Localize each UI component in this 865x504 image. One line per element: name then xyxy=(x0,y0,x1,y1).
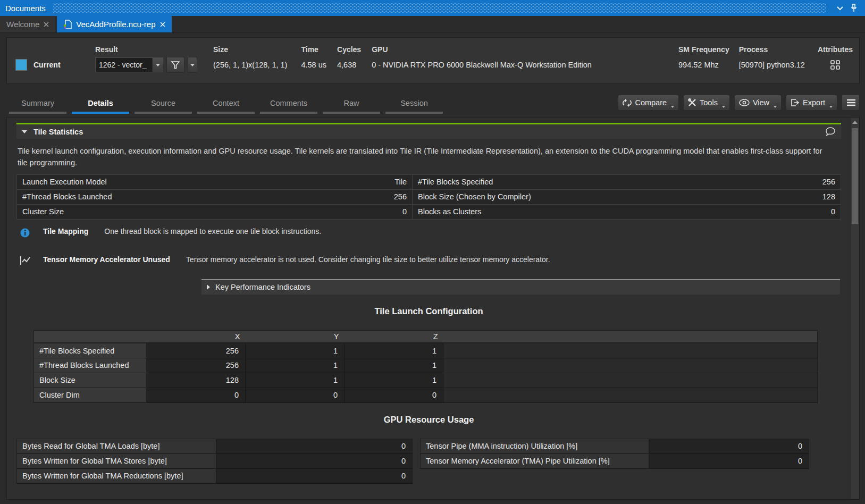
info-icon xyxy=(20,228,33,238)
column-header-x: X xyxy=(147,330,246,343)
notice-title: Tile Mapping xyxy=(43,227,88,236)
cycles-value: 4,638 xyxy=(337,56,361,74)
size-value: (256, 1, 1)x(128, 1, 1) xyxy=(213,56,287,74)
result-column-header: Result xyxy=(95,42,197,56)
chevron-down-icon[interactable] xyxy=(833,2,847,14)
chevron-down-icon[interactable] xyxy=(152,58,163,72)
metric-label: Bytes Read for Global TMA Loads [byte] xyxy=(17,439,216,453)
stat-value: 256 xyxy=(717,174,841,189)
cell-value: 1 xyxy=(246,343,345,358)
process-column-header: Process xyxy=(739,42,805,56)
tab-welcome[interactable]: Welcome xyxy=(0,16,55,32)
key-performance-indicators-header[interactable]: Key Performance Indicators xyxy=(201,279,840,295)
metric-label: Tensor Memory Accelerator (TMA) Pipe Uti… xyxy=(421,453,649,468)
tab-source[interactable]: Source xyxy=(132,99,195,114)
metric-label: Tensor Pipe (MMA instruction) Utilizatio… xyxy=(421,439,649,453)
row-label: Block Size xyxy=(34,373,147,388)
tab-vecaddprofile-label: VecAddProfile.ncu-rep xyxy=(76,20,155,29)
result-select[interactable]: 1262 - vector_ xyxy=(95,57,163,72)
cell-value: 1 xyxy=(246,358,345,373)
cell-value: 0 xyxy=(246,388,345,402)
filter-button[interactable] xyxy=(166,57,184,73)
hamburger-icon xyxy=(846,99,856,106)
table-header-row: X Y Z xyxy=(34,330,818,343)
tab-vecaddprofile[interactable]: VecAddProfile.ncu-rep xyxy=(57,16,171,32)
tile-launch-configuration-table: X Y Z #Tile Blocks Specified 256 1 1 #Th… xyxy=(33,330,818,403)
result-color-swatch[interactable] xyxy=(15,59,27,71)
titlebar-grip-texture[interactable] xyxy=(53,3,826,13)
table-row: Cluster Dim 0 0 0 xyxy=(34,388,818,402)
tab-session[interactable]: Session xyxy=(383,99,446,114)
tools-icon xyxy=(688,98,696,107)
export-icon xyxy=(791,98,800,107)
attributes-column-header: Attributes xyxy=(818,42,853,56)
vertical-scrollbar[interactable] xyxy=(850,117,859,499)
notice-title: Tensor Memory Accelerator Unused xyxy=(43,255,170,264)
sm-frequency-value: 994.52 Mhz xyxy=(678,56,729,74)
filter-dropdown-button[interactable] xyxy=(188,57,197,73)
column-header-y: Y xyxy=(246,330,345,343)
metric-label: Bytes Written for Global TMA Reductions … xyxy=(17,468,216,483)
cell-value: 1 xyxy=(345,373,443,388)
tile-statistics-section-header[interactable]: Tile Statistics xyxy=(16,123,841,139)
attributes-grid-icon[interactable] xyxy=(830,60,840,70)
stat-label: Blocks as Clusters xyxy=(413,204,718,219)
stat-label: #Tile Blocks Specified xyxy=(413,174,718,189)
tools-button[interactable]: Tools xyxy=(683,95,730,111)
tile-mapping-notice: Tile Mapping One thread block is mapped … xyxy=(20,227,841,238)
eye-icon xyxy=(739,99,750,106)
scrollbar-thumb[interactable] xyxy=(852,128,858,224)
tile-statistics-table: Launch Execution Model Tile #Tile Blocks… xyxy=(16,174,841,220)
stat-value: Tile xyxy=(330,174,413,189)
column-header-z: Z xyxy=(345,330,443,343)
stat-label: Block Size (Chosen by Compiler) xyxy=(413,189,718,204)
metric-value: 0 xyxy=(216,468,413,483)
notice-text: One thread block is mapped to execute on… xyxy=(104,227,321,236)
expand-triangle-icon[interactable] xyxy=(207,284,210,290)
scroll-up-arrow[interactable] xyxy=(851,117,859,127)
view-button[interactable]: View xyxy=(734,95,782,111)
time-value: 4.58 us xyxy=(301,56,326,74)
export-button[interactable]: Export xyxy=(786,95,837,111)
compare-button[interactable]: Compare xyxy=(618,95,679,111)
document-tab-bar: Welcome VecAddProfile.ncu-rep xyxy=(0,16,865,33)
stat-value: 256 xyxy=(330,189,413,204)
sm-frequency-column-header: SM Frequency xyxy=(678,42,729,56)
process-value: [50970] python3.12 xyxy=(739,56,805,74)
corner-cell xyxy=(34,330,147,343)
close-icon[interactable] xyxy=(160,22,165,27)
gpu-value: 0 - NVIDIA RTX PRO 6000 Blackwell Max-Q … xyxy=(372,56,673,74)
tab-details[interactable]: Details xyxy=(69,99,132,114)
close-icon[interactable] xyxy=(44,22,49,27)
comment-bubble-icon[interactable] xyxy=(825,127,836,136)
page-nav-row: Summary Details Source Context Comments … xyxy=(6,89,860,114)
result-select-value: 1262 - vector_ xyxy=(96,61,152,69)
menu-button[interactable] xyxy=(842,95,860,111)
stat-label: Launch Execution Model xyxy=(17,174,330,189)
collapse-triangle-icon[interactable] xyxy=(22,130,27,133)
metric-value: 0 xyxy=(649,439,809,453)
cell-value: 1 xyxy=(246,373,345,388)
cell-value: 0 xyxy=(147,388,246,402)
current-result-label: Current xyxy=(33,61,61,69)
row-label: Cluster Dim xyxy=(34,388,147,402)
metric-value: 0 xyxy=(649,453,809,468)
stat-value: 128 xyxy=(717,189,841,204)
tab-summary[interactable]: Summary xyxy=(6,99,69,114)
table-row: #Thread Blocks Launched 256 1 1 xyxy=(34,358,818,373)
pin-icon[interactable] xyxy=(847,2,861,14)
section-title: Tile Statistics xyxy=(33,128,825,136)
tab-context[interactable]: Context xyxy=(195,99,257,114)
empty-cell xyxy=(443,373,818,388)
row-label: #Thread Blocks Launched xyxy=(34,358,147,373)
stat-label: #Thread Blocks Launched xyxy=(17,189,330,204)
tab-comments[interactable]: Comments xyxy=(257,99,320,114)
stat-value: 0 xyxy=(717,204,841,219)
tab-raw[interactable]: Raw xyxy=(320,99,383,114)
cell-value: 1 xyxy=(345,343,443,358)
table-row: #Thread Blocks Launched 256 Block Size (… xyxy=(17,189,841,204)
column-header-empty xyxy=(443,330,818,343)
time-column-header: Time xyxy=(301,42,326,56)
tma-unused-notice: Tensor Memory Accelerator Unused Tensor … xyxy=(20,255,841,265)
tma-bytes-table: Bytes Read for Global TMA Loads [byte] 0… xyxy=(16,439,413,484)
